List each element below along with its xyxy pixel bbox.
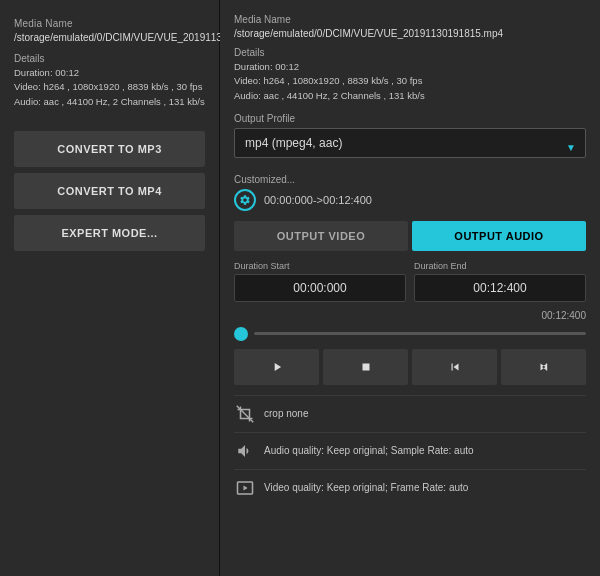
left-details-text: Duration: 00:12 Video: h264 , 1080x1920 … (14, 66, 205, 109)
output-profile-select[interactable]: mp4 (mpeg4, aac) (234, 128, 586, 158)
left-details-label: Details (14, 53, 205, 64)
audio-quality-text: Audio quality: Keep original; Sample Rat… (264, 445, 474, 456)
video-icon (234, 477, 256, 499)
max-time: 00:12:400 (234, 310, 586, 321)
audio-icon (234, 440, 256, 462)
video-quality-row: Video quality: Keep original; Frame Rate… (234, 469, 586, 506)
crop-icon (234, 403, 256, 425)
right-details-text: Duration: 00:12 Video: h264 , 1080x1920 … (234, 60, 586, 103)
crop-label: crop none (264, 408, 308, 419)
output-profile-wrapper[interactable]: mp4 (mpeg4, aac) (234, 128, 586, 166)
settings-icon[interactable] (234, 189, 256, 211)
customized-label: Customized... (234, 174, 586, 185)
right-media-name-label: Media Name (234, 14, 586, 25)
svg-line-0 (237, 406, 254, 423)
skip-to-end-button[interactable] (501, 349, 586, 385)
duration-start-box: Duration Start 00:00:000 (234, 261, 406, 302)
left-panel: Media Name /storage/emulated/0/DCIM/VUE/… (0, 0, 220, 576)
stop-button[interactable] (323, 349, 408, 385)
left-media-path: /storage/emulated/0/DCIM/VUE/VUE_2019113… (14, 31, 205, 45)
output-video-tab[interactable]: OUTPUT VIDEO (234, 221, 408, 251)
slider-track[interactable] (254, 332, 586, 335)
duration-start-label: Duration Start (234, 261, 406, 271)
duration-end-label: Duration End (414, 261, 586, 271)
duration-end-box: Duration End 00:12:400 (414, 261, 586, 302)
timeline-slider[interactable] (234, 327, 586, 341)
right-details-label: Details (234, 47, 586, 58)
video-quality-text: Video quality: Keep original; Frame Rate… (264, 482, 468, 493)
right-panel: Media Name /storage/emulated/0/DCIM/VUE/… (220, 0, 600, 576)
crop-row: crop none (234, 395, 586, 432)
duration-start-value[interactable]: 00:00:000 (234, 274, 406, 302)
time-range-text: 00:00:000->00:12:400 (264, 194, 372, 206)
duration-row: Duration Start 00:00:000 Duration End 00… (234, 261, 586, 302)
output-audio-tab[interactable]: OUTPUT AUDIO (412, 221, 586, 251)
playback-controls (234, 349, 586, 385)
output-profile-label: Output Profile (234, 113, 586, 124)
audio-quality-row: Audio quality: Keep original; Sample Rat… (234, 432, 586, 469)
skip-to-start-button[interactable] (412, 349, 497, 385)
right-media-path: /storage/emulated/0/DCIM/VUE/VUE_2019113… (234, 27, 586, 41)
time-range-row: 00:00:000->00:12:400 (234, 189, 586, 211)
output-tabs: OUTPUT VIDEO OUTPUT AUDIO (234, 221, 586, 251)
convert-to-mp3-button[interactable]: CONVERT TO MP3 (14, 131, 205, 167)
slider-thumb[interactable] (234, 327, 248, 341)
duration-end-value[interactable]: 00:12:400 (414, 274, 586, 302)
expert-mode-button[interactable]: EXPERT MODE... (14, 215, 205, 251)
convert-to-mp4-button[interactable]: CONVERT TO MP4 (14, 173, 205, 209)
play-button[interactable] (234, 349, 319, 385)
left-media-name-label: Media Name (14, 18, 205, 29)
